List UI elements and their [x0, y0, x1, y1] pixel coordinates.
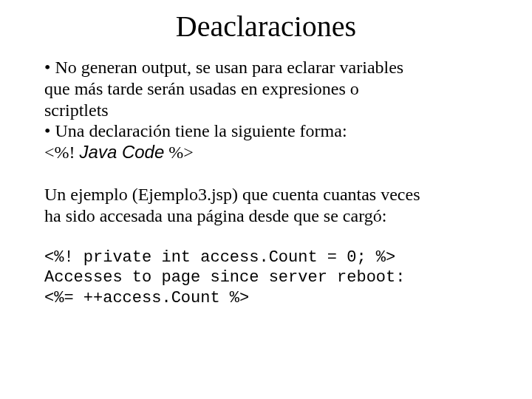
bullet-list: • No generan output, se usan para eclara…	[44, 57, 488, 163]
syntax-java-code: Java Code	[80, 142, 165, 162]
bullet-1-line-1: • No generan output, se usan para eclara…	[44, 57, 488, 78]
code-line-2: Accesses to page since server reboot:	[44, 268, 405, 287]
bullet-1-line-2: que más tarde serán usadas en expresione…	[44, 78, 488, 100]
example-paragraph: Un ejemplo (Ejemplo3.jsp) que cuenta cua…	[44, 184, 488, 227]
bullet-1-line-3: scriptlets	[44, 100, 488, 121]
slide-title: Deaclaraciones	[44, 9, 488, 44]
bullet-2-line-1: • Una declaración tiene la siguiente for…	[44, 120, 488, 142]
code-line-3: <%= ++access.Count %>	[44, 289, 249, 307]
example-line-2: ha sido accesada una página desde que se…	[44, 205, 488, 227]
slide: Deaclaraciones • No generan output, se u…	[0, 0, 532, 399]
code-line-1: <%! private int access.Count = 0; %>	[44, 248, 395, 267]
code-block: <%! private int access.Count = 0; %> Acc…	[44, 248, 488, 309]
example-line-1: Un ejemplo (Ejemplo3.jsp) que cuenta cua…	[44, 184, 488, 205]
declaration-syntax: <%! Java Code %>	[44, 142, 488, 163]
syntax-open: <%!	[44, 143, 80, 162]
syntax-close: %>	[164, 143, 194, 162]
